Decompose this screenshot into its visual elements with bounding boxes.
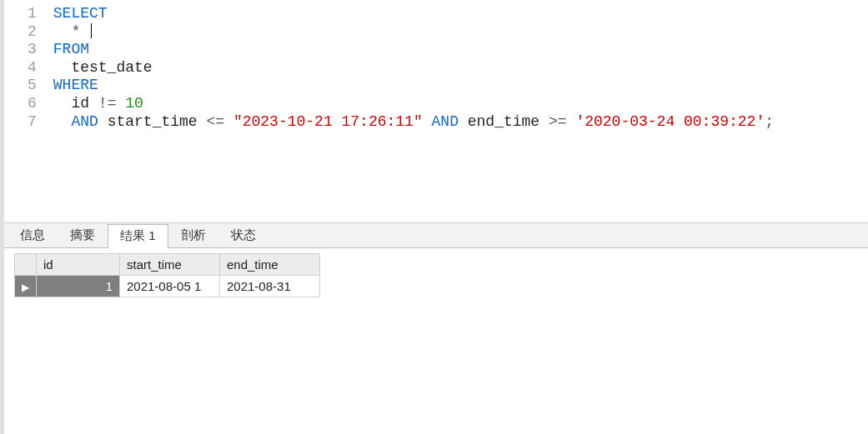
- code-token: <=: [206, 113, 224, 130]
- column-header-start_time[interactable]: start_time: [120, 254, 220, 276]
- code-token: [53, 23, 72, 40]
- code-token: [567, 113, 576, 130]
- tab-4[interactable]: 状态: [218, 223, 268, 247]
- tab-3[interactable]: 剖析: [168, 223, 218, 247]
- code-token: '2020-03-24 00:39:22': [575, 113, 765, 130]
- line-number: 2: [28, 23, 37, 42]
- line-number: 4: [28, 59, 37, 77]
- code-token: AND: [71, 113, 98, 130]
- line-number: 6: [28, 95, 37, 113]
- code-token: [423, 113, 432, 130]
- results-pane: 信息摘要结果 1剖析状态 idstart_timeend_time ▶12021…: [4, 223, 868, 297]
- code-token: AND: [432, 113, 459, 130]
- column-header-id[interactable]: id: [37, 254, 120, 276]
- line-number: 5: [28, 77, 37, 95]
- cell-start_time[interactable]: 2021-08-05 1: [120, 276, 220, 297]
- cell-end_time[interactable]: 2021-08-31: [220, 276, 320, 297]
- code-token: id: [53, 95, 98, 112]
- code-token: WHERE: [53, 77, 98, 93]
- text-cursor: [91, 23, 92, 38]
- line-number: 3: [28, 41, 37, 59]
- result-grid: idstart_timeend_time ▶12021-08-05 12021-…: [4, 248, 868, 297]
- line-number: 1: [28, 5, 37, 23]
- line-number: 7: [28, 113, 37, 132]
- tab-1[interactable]: 摘要: [58, 223, 108, 247]
- sql-code-area[interactable]: SELECT * FROM test_dateWHERE id != 10 AN…: [47, 0, 780, 222]
- tab-0[interactable]: 信息: [8, 223, 58, 247]
- code-token: end_time: [459, 113, 549, 130]
- table-row[interactable]: ▶12021-08-05 12021-08-31: [15, 276, 320, 297]
- code-token: start_time: [98, 113, 207, 130]
- result-tabs: 信息摘要结果 1剖析状态: [4, 223, 868, 248]
- code-token: FROM: [53, 41, 89, 57]
- code-token: test_date: [53, 59, 153, 76]
- code-token: [80, 23, 89, 40]
- line-number-gutter: 1234567: [4, 0, 47, 222]
- code-token: !=: [98, 95, 117, 112]
- row-selector-header: [15, 254, 37, 276]
- code-token: ;: [765, 113, 774, 130]
- code-token: SELECT: [53, 5, 108, 22]
- tab-2[interactable]: 结果 1: [108, 224, 168, 248]
- column-header-end_time[interactable]: end_time: [220, 254, 320, 276]
- code-token: "2023-10-21 17:26:11": [233, 113, 423, 130]
- code-token: [53, 113, 72, 130]
- cell-id[interactable]: 1: [37, 276, 120, 297]
- sql-editor-pane: 1234567 SELECT * FROM test_dateWHERE id …: [4, 0, 868, 223]
- code-token: [116, 95, 125, 112]
- row-pointer-icon[interactable]: ▶: [15, 276, 37, 297]
- code-token: [224, 113, 233, 130]
- code-token: *: [71, 23, 80, 40]
- code-token: >=: [549, 113, 567, 130]
- code-token: 10: [125, 95, 143, 112]
